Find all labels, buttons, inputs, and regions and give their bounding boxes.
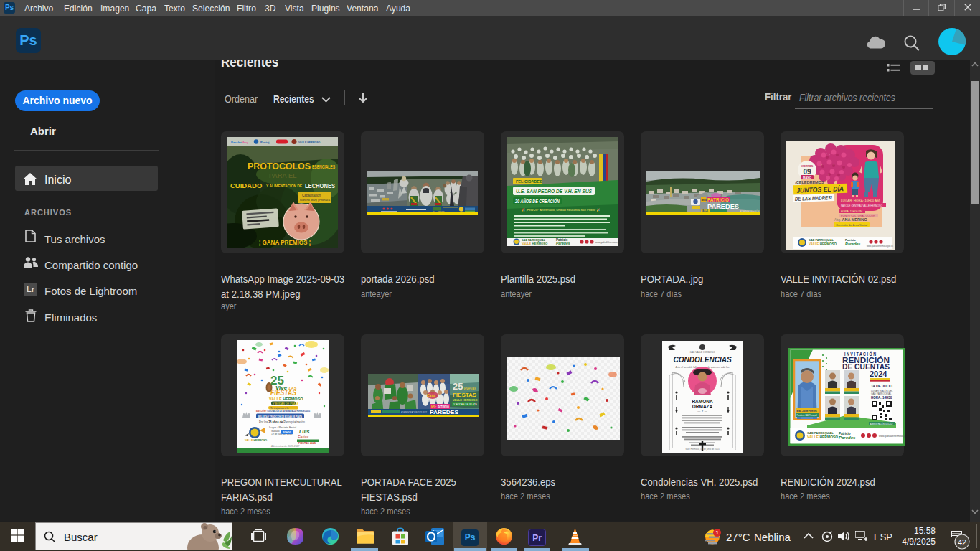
svg-text:Valle Hermoso, 02 de junio de: Valle Hermoso, 02 de junio de 2025 xyxy=(685,448,720,451)
svg-text:GAD PARROQUIAL: GAD PARROQUIAL xyxy=(809,239,834,242)
svg-text:GAD VALLE HERMOSO: GAD VALLE HERMOSO xyxy=(690,351,715,354)
svg-text:PAREDES: PAREDES xyxy=(707,202,739,210)
svg-text:MAYO: MAYO xyxy=(803,176,812,179)
svg-text:Lugar : Recinto Ferial: Lugar : Recinto Ferial xyxy=(269,425,296,429)
svg-text:Paredes: Paredes xyxy=(845,242,860,246)
svg-text:RAMONA: RAMONA xyxy=(692,399,713,404)
svg-text:PATRICIO: PATRICIO xyxy=(707,197,729,202)
svg-text:2024: 2024 xyxy=(870,369,887,378)
svg-text:Y BODAS DE PLATA: Y BODAS DE PLATA xyxy=(453,403,478,406)
svg-text:Comisión de Área Social: Comisión de Área Social xyxy=(836,223,867,227)
svg-text:Paredes: Paredes xyxy=(556,241,570,245)
svg-text:Rancho Mary | Pronaca: Rancho Mary | Pronaca xyxy=(300,198,331,202)
svg-text:¦ GANA PREMIOS ¦: ¦ GANA PREMIOS ¦ xyxy=(259,239,311,246)
svg-text:FELICIDADES: FELICIDADES xyxy=(516,179,542,184)
svg-text:¡CELEBREMOS: ¡CELEBREMOS xyxy=(795,180,824,184)
svg-text:PAREDES: PAREDES xyxy=(430,409,459,415)
svg-text:VALLE HERMOSO: VALLE HERMOSO xyxy=(522,242,548,245)
svg-text:ADMINISTRACIÓN 2023-2027: ADMINISTRACIÓN 2023-2027 xyxy=(401,410,427,414)
svg-text:CUIDADO: CUIDADO xyxy=(230,182,262,189)
svg-text:20 AÑOS DE CREACIÓN: 20 AÑOS DE CREACIÓN xyxy=(514,198,560,204)
svg-text:VALLE HERMOSO: VALLE HERMOSO xyxy=(245,439,267,442)
svg-text:Luis: Luis xyxy=(299,429,309,434)
svg-text:42: 42 xyxy=(958,538,966,547)
svg-text:LUGAR: HORA: 10H00 AM: LUGAR: HORA: 10H00 AM xyxy=(841,199,880,202)
svg-text:www.gadvallehermoso.gob.ec: www.gadvallehermoso.gob.ec xyxy=(879,435,905,438)
svg-text:ORMAZA: ORMAZA xyxy=(692,404,713,409)
svg-text:LECHONES: LECHONES xyxy=(305,182,335,189)
svg-text:Paredes: Paredes xyxy=(839,435,856,440)
svg-text:HORA: 15H00 PM: HORA: 15H00 PM xyxy=(841,209,862,213)
svg-text:FIESTAS: FIESTAS xyxy=(270,388,296,397)
svg-text:FIESTAS: FIESTAS xyxy=(453,392,477,398)
svg-text:MSc. Jaime Paredes: MSc. Jaime Paredes xyxy=(797,409,818,413)
svg-text:VALLE: VALLE xyxy=(702,209,709,212)
svg-text:VALLE HERMOSO: VALLE HERMOSO xyxy=(298,141,321,144)
svg-text:Y BODAS DE PLATA: Y BODAS DE PLATA xyxy=(273,402,298,405)
svg-text:20H00: 20H00 xyxy=(283,430,292,434)
svg-text:Por los 25 años de Parroquial: Por los 25 años de Parroquialización xyxy=(259,420,305,424)
svg-text:HORA: 14H30: HORA: 14H30 xyxy=(871,396,892,400)
svg-text:Vive las: Vive las xyxy=(463,386,476,390)
svg-text:25: 25 xyxy=(453,381,463,392)
svg-text:CONDOLENCIAS: CONDOLENCIAS xyxy=(673,356,731,364)
svg-text:U.E. SAN PEDRO DE V.H. EN SUS: U.E. SAN PEDRO DE V.H. EN SUS xyxy=(516,188,592,194)
svg-text:VALLE HERMOSO: VALLE HERMOSO xyxy=(453,398,478,402)
svg-text:ELECCIÓN Y CORONACIÓN DE LA RE: ELECCIÓN Y CORONACIÓN DE LA REINA VALLE … xyxy=(256,409,310,413)
svg-text:VALLE HERMOSO: VALLE HERMOSO xyxy=(269,397,303,401)
svg-text:Farias: Farias xyxy=(298,435,309,439)
svg-text:ADMINISTRACIÓN 2023-2027: ADMINISTRACIÓN 2023-2027 xyxy=(740,209,760,213)
svg-text:Te invitamos a la: Te invitamos a la xyxy=(270,407,288,410)
svg-text:Casa: Casa xyxy=(427,393,435,397)
svg-text:PARA EL: PARA EL xyxy=(269,172,297,179)
svg-text:www.gadvallehermoso.gob.ec: www.gadvallehermoso.gob.ec xyxy=(595,241,618,244)
svg-text:RanchoMary: RanchoMary xyxy=(231,141,249,144)
svg-text:MSc. PATRICIO: MSc. PATRICIO xyxy=(431,405,449,409)
svg-text:FIESTAS 2025: FIESTAS 2025 xyxy=(298,442,316,445)
svg-text:09: 09 xyxy=(803,168,811,176)
svg-text:BELLEZA Y TRADICIÓN DE BODAS D: BELLEZA Y TRADICIÓN DE BODAS DE PLATA xyxy=(258,415,302,418)
svg-text:ESENCIALES: ESENCIALES xyxy=(312,164,335,169)
svg-text:www.gadvallehermoso.gob.ec: www.gadvallehermoso.gob.ec xyxy=(867,245,894,248)
svg-text:Administración 2023-2027: Administración 2023-2027 xyxy=(271,445,300,448)
svg-text:— ✝ —: — ✝ — xyxy=(697,409,707,413)
svg-text:VALLE HERMOSO: VALLE HERMOSO xyxy=(809,242,837,246)
svg-text:ADMINISTRACIÓN 2023-2027: ADMINISTRACIÓN 2023-2027 xyxy=(870,422,893,425)
svg-text:VALLE HERMOSO: VALLE HERMOSO xyxy=(807,435,838,439)
svg-text:Presidente GAD Parroquial: Presidente GAD Parroquial xyxy=(797,414,817,417)
svg-text:14 DE JULIO: 14 DE JULIO xyxy=(871,384,892,388)
svg-text:Abg. ANA MERINO: Abg. ANA MERINO xyxy=(834,217,867,222)
svg-text:PARQUE CENTRAL VALLE HERMOSO: PARQUE CENTRAL VALLE HERMOSO xyxy=(841,204,882,207)
svg-text:GAD PARROQUIAL: GAD PARROQUIAL xyxy=(871,392,892,395)
svg-text:Puntuj: Puntuj xyxy=(260,141,269,144)
svg-text:Capacitación: Capacitación xyxy=(302,194,321,197)
svg-text:DE LAS MADRES!: DE LAS MADRES! xyxy=(795,194,833,202)
svg-text:Y ALIMENTACIÓN DE: Y ALIMENTACIÓN DE xyxy=(266,183,302,188)
svg-text:PROTOCOLOS: PROTOCOLOS xyxy=(248,161,311,171)
svg-text:JUNTOS EL DÍA: JUNTOS EL DÍA xyxy=(796,184,844,194)
svg-text:1: 1 xyxy=(715,529,718,536)
